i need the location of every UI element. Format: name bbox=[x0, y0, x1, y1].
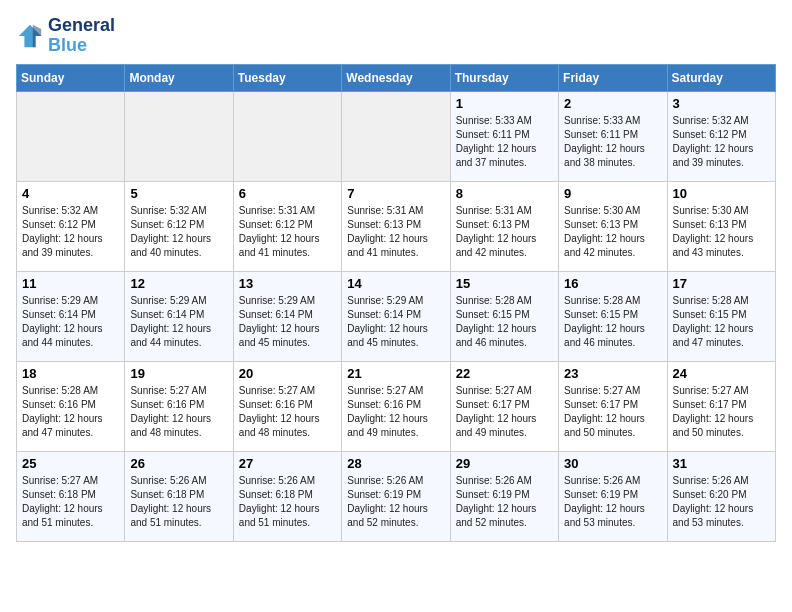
cell-content: Sunrise: 5:26 AM Sunset: 6:19 PM Dayligh… bbox=[456, 474, 553, 530]
calendar-cell: 15Sunrise: 5:28 AM Sunset: 6:15 PM Dayli… bbox=[450, 271, 558, 361]
day-number: 27 bbox=[239, 456, 336, 471]
cell-content: Sunrise: 5:31 AM Sunset: 6:13 PM Dayligh… bbox=[347, 204, 444, 260]
day-number: 2 bbox=[564, 96, 661, 111]
cell-content: Sunrise: 5:28 AM Sunset: 6:16 PM Dayligh… bbox=[22, 384, 119, 440]
calendar-cell: 19Sunrise: 5:27 AM Sunset: 6:16 PM Dayli… bbox=[125, 361, 233, 451]
day-number: 31 bbox=[673, 456, 770, 471]
col-header-thursday: Thursday bbox=[450, 64, 558, 91]
day-number: 15 bbox=[456, 276, 553, 291]
day-number: 7 bbox=[347, 186, 444, 201]
day-number: 17 bbox=[673, 276, 770, 291]
day-number: 23 bbox=[564, 366, 661, 381]
calendar-cell: 3Sunrise: 5:32 AM Sunset: 6:12 PM Daylig… bbox=[667, 91, 775, 181]
calendar-cell: 16Sunrise: 5:28 AM Sunset: 6:15 PM Dayli… bbox=[559, 271, 667, 361]
cell-content: Sunrise: 5:28 AM Sunset: 6:15 PM Dayligh… bbox=[456, 294, 553, 350]
calendar-cell: 29Sunrise: 5:26 AM Sunset: 6:19 PM Dayli… bbox=[450, 451, 558, 541]
calendar-cell: 4Sunrise: 5:32 AM Sunset: 6:12 PM Daylig… bbox=[17, 181, 125, 271]
cell-content: Sunrise: 5:29 AM Sunset: 6:14 PM Dayligh… bbox=[239, 294, 336, 350]
cell-content: Sunrise: 5:26 AM Sunset: 6:18 PM Dayligh… bbox=[130, 474, 227, 530]
day-number: 1 bbox=[456, 96, 553, 111]
calendar-cell bbox=[233, 91, 341, 181]
day-number: 14 bbox=[347, 276, 444, 291]
day-number: 13 bbox=[239, 276, 336, 291]
day-number: 8 bbox=[456, 186, 553, 201]
cell-content: Sunrise: 5:32 AM Sunset: 6:12 PM Dayligh… bbox=[130, 204, 227, 260]
calendar-cell: 24Sunrise: 5:27 AM Sunset: 6:17 PM Dayli… bbox=[667, 361, 775, 451]
day-number: 10 bbox=[673, 186, 770, 201]
logo-text: General Blue bbox=[48, 16, 115, 56]
calendar-cell: 26Sunrise: 5:26 AM Sunset: 6:18 PM Dayli… bbox=[125, 451, 233, 541]
calendar-cell: 7Sunrise: 5:31 AM Sunset: 6:13 PM Daylig… bbox=[342, 181, 450, 271]
cell-content: Sunrise: 5:29 AM Sunset: 6:14 PM Dayligh… bbox=[22, 294, 119, 350]
calendar-cell: 28Sunrise: 5:26 AM Sunset: 6:19 PM Dayli… bbox=[342, 451, 450, 541]
calendar-cell: 25Sunrise: 5:27 AM Sunset: 6:18 PM Dayli… bbox=[17, 451, 125, 541]
cell-content: Sunrise: 5:31 AM Sunset: 6:12 PM Dayligh… bbox=[239, 204, 336, 260]
day-number: 28 bbox=[347, 456, 444, 471]
day-number: 18 bbox=[22, 366, 119, 381]
cell-content: Sunrise: 5:26 AM Sunset: 6:18 PM Dayligh… bbox=[239, 474, 336, 530]
day-number: 22 bbox=[456, 366, 553, 381]
calendar-cell: 23Sunrise: 5:27 AM Sunset: 6:17 PM Dayli… bbox=[559, 361, 667, 451]
svg-marker-1 bbox=[33, 25, 41, 47]
logo-icon bbox=[16, 22, 44, 50]
cell-content: Sunrise: 5:26 AM Sunset: 6:19 PM Dayligh… bbox=[347, 474, 444, 530]
cell-content: Sunrise: 5:27 AM Sunset: 6:16 PM Dayligh… bbox=[239, 384, 336, 440]
day-number: 5 bbox=[130, 186, 227, 201]
col-header-friday: Friday bbox=[559, 64, 667, 91]
calendar-cell: 30Sunrise: 5:26 AM Sunset: 6:19 PM Dayli… bbox=[559, 451, 667, 541]
calendar-cell: 17Sunrise: 5:28 AM Sunset: 6:15 PM Dayli… bbox=[667, 271, 775, 361]
calendar-cell: 9Sunrise: 5:30 AM Sunset: 6:13 PM Daylig… bbox=[559, 181, 667, 271]
col-header-monday: Monday bbox=[125, 64, 233, 91]
cell-content: Sunrise: 5:27 AM Sunset: 6:18 PM Dayligh… bbox=[22, 474, 119, 530]
day-number: 26 bbox=[130, 456, 227, 471]
day-number: 29 bbox=[456, 456, 553, 471]
cell-content: Sunrise: 5:31 AM Sunset: 6:13 PM Dayligh… bbox=[456, 204, 553, 260]
cell-content: Sunrise: 5:30 AM Sunset: 6:13 PM Dayligh… bbox=[673, 204, 770, 260]
cell-content: Sunrise: 5:30 AM Sunset: 6:13 PM Dayligh… bbox=[564, 204, 661, 260]
col-header-saturday: Saturday bbox=[667, 64, 775, 91]
calendar-cell: 20Sunrise: 5:27 AM Sunset: 6:16 PM Dayli… bbox=[233, 361, 341, 451]
cell-content: Sunrise: 5:27 AM Sunset: 6:17 PM Dayligh… bbox=[673, 384, 770, 440]
calendar-cell: 11Sunrise: 5:29 AM Sunset: 6:14 PM Dayli… bbox=[17, 271, 125, 361]
cell-content: Sunrise: 5:32 AM Sunset: 6:12 PM Dayligh… bbox=[673, 114, 770, 170]
day-number: 11 bbox=[22, 276, 119, 291]
calendar-cell: 10Sunrise: 5:30 AM Sunset: 6:13 PM Dayli… bbox=[667, 181, 775, 271]
cell-content: Sunrise: 5:27 AM Sunset: 6:17 PM Dayligh… bbox=[564, 384, 661, 440]
day-number: 4 bbox=[22, 186, 119, 201]
col-header-tuesday: Tuesday bbox=[233, 64, 341, 91]
calendar-cell bbox=[125, 91, 233, 181]
calendar-cell: 6Sunrise: 5:31 AM Sunset: 6:12 PM Daylig… bbox=[233, 181, 341, 271]
day-number: 19 bbox=[130, 366, 227, 381]
calendar-cell: 22Sunrise: 5:27 AM Sunset: 6:17 PM Dayli… bbox=[450, 361, 558, 451]
cell-content: Sunrise: 5:33 AM Sunset: 6:11 PM Dayligh… bbox=[564, 114, 661, 170]
calendar-cell: 21Sunrise: 5:27 AM Sunset: 6:16 PM Dayli… bbox=[342, 361, 450, 451]
day-number: 3 bbox=[673, 96, 770, 111]
calendar-cell: 31Sunrise: 5:26 AM Sunset: 6:20 PM Dayli… bbox=[667, 451, 775, 541]
calendar-cell: 2Sunrise: 5:33 AM Sunset: 6:11 PM Daylig… bbox=[559, 91, 667, 181]
calendar-cell: 5Sunrise: 5:32 AM Sunset: 6:12 PM Daylig… bbox=[125, 181, 233, 271]
day-number: 9 bbox=[564, 186, 661, 201]
day-number: 25 bbox=[22, 456, 119, 471]
day-number: 30 bbox=[564, 456, 661, 471]
cell-content: Sunrise: 5:26 AM Sunset: 6:20 PM Dayligh… bbox=[673, 474, 770, 530]
calendar-cell bbox=[17, 91, 125, 181]
calendar-cell bbox=[342, 91, 450, 181]
cell-content: Sunrise: 5:32 AM Sunset: 6:12 PM Dayligh… bbox=[22, 204, 119, 260]
col-header-sunday: Sunday bbox=[17, 64, 125, 91]
calendar-cell: 13Sunrise: 5:29 AM Sunset: 6:14 PM Dayli… bbox=[233, 271, 341, 361]
day-number: 6 bbox=[239, 186, 336, 201]
calendar-cell: 8Sunrise: 5:31 AM Sunset: 6:13 PM Daylig… bbox=[450, 181, 558, 271]
calendar-cell: 27Sunrise: 5:26 AM Sunset: 6:18 PM Dayli… bbox=[233, 451, 341, 541]
cell-content: Sunrise: 5:29 AM Sunset: 6:14 PM Dayligh… bbox=[347, 294, 444, 350]
day-number: 21 bbox=[347, 366, 444, 381]
page-header: General Blue bbox=[16, 16, 776, 56]
cell-content: Sunrise: 5:27 AM Sunset: 6:16 PM Dayligh… bbox=[130, 384, 227, 440]
cell-content: Sunrise: 5:28 AM Sunset: 6:15 PM Dayligh… bbox=[564, 294, 661, 350]
calendar-table: SundayMondayTuesdayWednesdayThursdayFrid… bbox=[16, 64, 776, 542]
cell-content: Sunrise: 5:26 AM Sunset: 6:19 PM Dayligh… bbox=[564, 474, 661, 530]
day-number: 12 bbox=[130, 276, 227, 291]
cell-content: Sunrise: 5:27 AM Sunset: 6:16 PM Dayligh… bbox=[347, 384, 444, 440]
calendar-cell: 18Sunrise: 5:28 AM Sunset: 6:16 PM Dayli… bbox=[17, 361, 125, 451]
logo: General Blue bbox=[16, 16, 115, 56]
col-header-wednesday: Wednesday bbox=[342, 64, 450, 91]
